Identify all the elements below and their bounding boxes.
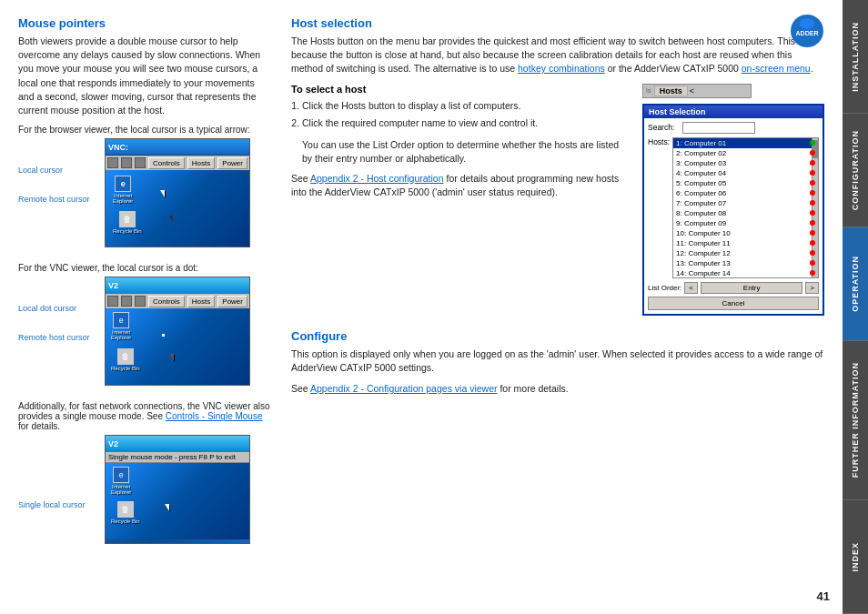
configure-see: See [291, 383, 308, 394]
browser-viewer-block: Local cursor Remote host cursor VNC: [18, 138, 273, 252]
left-column: Mouse pointers Both viewers provide a do… [18, 16, 273, 605]
host-item-5[interactable]: 5: Computer 05 [673, 178, 818, 188]
sidebar-further-info[interactable]: FURTHER INFORMATION [843, 341, 868, 500]
list-next-btn[interactable]: > [805, 282, 819, 294]
host-1-name: 1: Computer 01 [676, 139, 726, 147]
right-sidebar: INSTALLATION CONFIGURATION OPERATION FUR… [843, 0, 868, 614]
host-item-3[interactable]: 3: Computer 03 [673, 158, 818, 168]
vnc-menubar-2: Controls Hosts Power [106, 294, 249, 308]
vnc-viewer-block: Local dot cursor Remote host cursor V2 [18, 277, 273, 390]
local-dot-cursor-label: Local dot cursor [18, 304, 80, 313]
host-7-name: 7: Computer 07 [676, 199, 726, 207]
cancel-button[interactable]: Cancel [648, 297, 819, 310]
list-entry-label: Entry [701, 282, 802, 294]
remote-cursor-text-2: Remote host cursor [18, 333, 90, 342]
page-number: 41 [817, 589, 830, 603]
host-steps-list: Click the Hosts button to display a list… [302, 99, 628, 132]
host-selection-text: The Hosts button on the menu bar provide… [291, 35, 824, 76]
host-2-name: 2: Computer 02 [676, 149, 726, 157]
host-11-name: 11: Computer 11 [676, 239, 731, 247]
host-item-14[interactable]: 14: Computer 14 [673, 268, 818, 278]
vnc-window-2: V2 Controls Hosts Power e InternetExplor [105, 277, 250, 386]
hosts-topbar-ls: ls [646, 86, 654, 95]
sidebar-operation[interactable]: OPERATION [843, 227, 868, 341]
vnc-menu-icon-1 [107, 157, 118, 168]
sidebar-index[interactable]: INDEX [843, 500, 868, 614]
see-appendix-text: See Appendix 2 - Host configuration for … [291, 172, 628, 199]
list-prev-btn[interactable]: < [684, 282, 698, 294]
configure-for: for more details. [500, 383, 568, 394]
browser-viewer-label: For the browser viewer, the local cursor… [18, 125, 273, 135]
vnc-menu-icon-5 [121, 296, 132, 307]
adder-logo: ADDER [784, 11, 830, 56]
host-item-11[interactable]: 11: Computer 11 [673, 238, 818, 248]
list-order-label: List Order: [648, 284, 681, 292]
host-item-7[interactable]: 7: Computer 07 [673, 198, 818, 208]
single-mode-text: Single mouse mode - press F8 P to exit [108, 453, 236, 461]
host-instructions: To select a host Click the Hosts button … [291, 84, 628, 316]
vnc-menu-icon-4 [107, 296, 118, 307]
hosts-btn-2[interactable]: Hosts [187, 296, 215, 307]
host-dialog-title: Host Selection [644, 106, 823, 118]
appendix-link[interactable]: Appendix 2 - Host configuration [310, 173, 444, 184]
host-9-name: 9: Computer 09 [676, 219, 726, 227]
single-local-cursor-text: Single local cursor [18, 500, 86, 509]
vnc-menubar-1: Controls Hosts Power [106, 156, 249, 170]
hotkey-link[interactable]: hotkey combinations [518, 63, 605, 74]
power-btn[interactable]: Power [217, 157, 247, 169]
scrollbar[interactable] [812, 137, 819, 278]
hosts-topbar: ls Hosts < [642, 84, 752, 98]
host-item-1[interactable]: 1: Computer 01 [673, 138, 818, 148]
vnc-titlebar-1: VNC: [106, 139, 249, 156]
host-item-10[interactable]: 10: Computer 10 [673, 228, 818, 238]
svg-text:ADDER: ADDER [796, 30, 819, 36]
controls-btn[interactable]: Controls [148, 157, 185, 169]
hosts-topbar-arrow: < [688, 86, 696, 96]
host-item-8[interactable]: 8: Computer 08 [673, 208, 818, 218]
hosts-btn[interactable]: Hosts [187, 157, 215, 169]
host-13-name: 13: Computer 13 [676, 259, 731, 267]
sidebar-further-info-label: FURTHER INFORMATION [851, 362, 860, 478]
remote-cursor-2 [169, 354, 174, 361]
vnc-menu-icon-3 [135, 157, 146, 168]
controls-btn-2[interactable]: Controls [148, 296, 185, 307]
host-item-9[interactable]: 9: Computer 09 [673, 218, 818, 228]
sidebar-installation[interactable]: INSTALLATION [843, 0, 868, 114]
host-item-13[interactable]: 13: Computer 13 [673, 258, 818, 268]
host-item-6[interactable]: 6: Computer 06 [673, 188, 818, 198]
host-item-12[interactable]: 12: Computer 12 [673, 248, 818, 258]
select-host-title: To select a host [291, 84, 628, 95]
hosts-label: Hosts: [648, 137, 670, 146]
configure-title: Configure [291, 329, 824, 343]
list-order-text: You can use the List Order option to det… [302, 138, 628, 166]
vnc-title-3: V2 [108, 439, 118, 448]
recycle-bin-3: 🗑 Recycle Bin [111, 501, 140, 524]
single-cursor [165, 504, 169, 511]
local-cursor-label: Local cursor [18, 166, 66, 175]
host-text-3: . [811, 63, 813, 74]
host-selection-dialog: Host Selection Search: Hosts: [642, 104, 824, 316]
single-mouse-link[interactable]: Controls - Single Mouse [166, 411, 263, 421]
vnc-desktop-1: e InternetExplorer 🗑 Recycle Bin [106, 170, 249, 247]
vnc-title-2: V2 [108, 281, 118, 290]
vnc-desktop-2: e InternetExplorer 🗑 Recycle Bin [106, 308, 249, 385]
onscreen-link[interactable]: on-screen menu [742, 63, 811, 74]
power-btn-2[interactable]: Power [217, 296, 247, 307]
dot-cursor [162, 334, 165, 337]
hosts-topbar-label: Hosts [654, 86, 688, 96]
host-8-name: 8: Computer 08 [676, 209, 726, 217]
host-search-row: Search: [648, 122, 819, 134]
configure-link[interactable]: Appendix 2 - Configuration pages via vie… [310, 383, 497, 394]
search-input[interactable] [682, 122, 755, 134]
mouse-pointers-intro: Both viewers provide a double mouse curs… [18, 35, 273, 117]
recycle-bin-1: 🗑 Recycle Bin [113, 211, 142, 234]
hosts-list-area: Hosts: 1: Computer 01 2: Computer [648, 137, 819, 278]
host-dialog-body: Search: Hosts: 1: Computer 01 [644, 118, 823, 314]
remote-host-cursor-label-2: Remote host cursor [18, 333, 94, 342]
ie-icon-3: e InternetExplorer [111, 467, 131, 495]
host-item-4[interactable]: 4: Computer 04 [673, 168, 818, 178]
host-item-2[interactable]: 2: Computer 02 [673, 148, 818, 158]
hosts-list-container: 1: Computer 01 2: Computer 02 [672, 137, 819, 278]
vnc-desktop-3: e InternetExplorer 🗑 Recycle Bin [106, 463, 249, 539]
sidebar-configuration[interactable]: CONFIGURATION [843, 114, 868, 227]
